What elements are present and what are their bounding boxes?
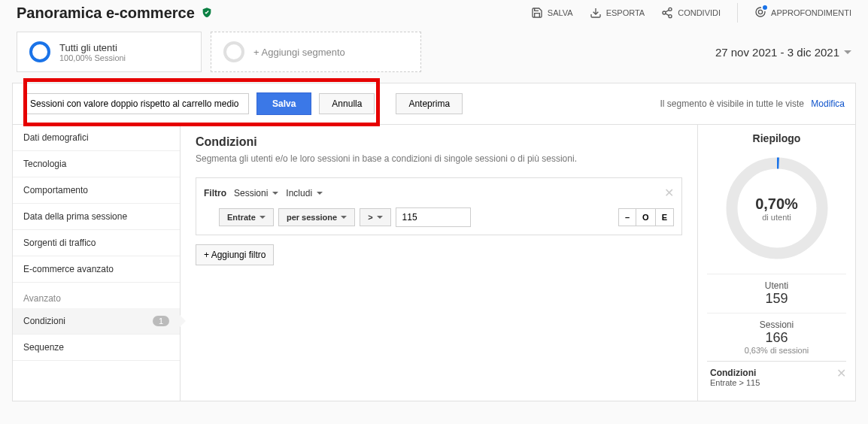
segment-circle-icon [29,41,50,62]
conditions-title: Condizioni [196,135,682,149]
sidebar-item-first-session[interactable]: Data della prima sessione [13,204,180,230]
svg-point-1 [669,8,672,11]
filter-block: Filtro Sessioni Includi ✕ Entrate [196,177,682,235]
preview-button[interactable]: Anteprima [396,93,463,114]
sidebar-item-technology[interactable]: Tecnologia [13,151,180,177]
header-left: Panoramica e-commerce [17,5,213,22]
chevron-down-icon [377,216,383,219]
metric-users: Utenti 159 [707,274,846,313]
sidebar-item-traffic-sources[interactable]: Sorgenti di traffico [13,230,180,256]
save-button[interactable]: Salva [256,92,311,115]
segment-row: Tutti gli utenti 100,00% Sessioni + Aggi… [0,23,868,83]
conditions-count-badge: 1 [153,316,169,326]
include-dropdown[interactable]: Includi [286,186,323,200]
chevron-down-icon [844,50,851,54]
svg-line-5 [666,10,669,12]
conditions-description: Segmenta gli utenti e/o le loro sessioni… [196,153,682,164]
remove-filter-icon[interactable]: ✕ [664,186,674,200]
builder-toolbar: Salva Annulla Anteprima Il segmento è vi… [13,83,855,125]
segment-primary[interactable]: Tutti gli utenti 100,00% Sessioni [17,32,202,72]
save-icon [531,7,543,19]
filter-header-row: Filtro Sessioni Includi ✕ [204,186,674,200]
segment-builder-panel: Salva Annulla Anteprima Il segmento è vi… [12,83,856,401]
chevron-down-icon [259,216,266,219]
page-header: Panoramica e-commerce SALVA ESPORTA COND… [0,0,868,23]
scope-dropdown[interactable]: Sessioni [234,186,278,200]
builder-sidebar: Dati demografici Tecnologia Comportament… [13,125,181,401]
sidebar-item-ecommerce[interactable]: E-commerce avanzato [13,256,180,283]
summary-percent: 0,70% [755,195,798,213]
summary-percent-label: di utenti [755,213,798,222]
remove-condition-button[interactable]: – [618,208,636,226]
sidebar-item-behavior[interactable]: Comportamento [13,177,180,204]
add-filter-button[interactable]: + Aggiungi filtro [196,244,274,265]
operator-dropdown[interactable]: > [360,208,390,226]
logic-buttons: – O E [618,208,674,226]
summary-panel: Riepilogo 0,70% di utenti Utenti 159 Ses… [697,125,855,401]
or-button[interactable]: O [636,208,656,226]
svg-line-4 [666,14,669,16]
chevron-down-icon [317,192,323,195]
sidebar-item-conditions[interactable]: Condizioni 1 [13,308,180,335]
filter-label: Filtro [204,188,226,198]
export-icon [590,7,602,19]
chevron-down-icon [341,216,347,219]
builder-body: Dati demografici Tecnologia Comportament… [13,125,855,401]
divider [737,3,738,23]
sidebar-item-sequences[interactable]: Sequenze [13,335,180,361]
filter-condition-row: Entrate per sessione > – O [204,207,674,227]
sidebar-item-demographics[interactable]: Dati demografici [13,125,180,151]
date-range-picker[interactable]: 27 nov 2021 - 3 dic 2021 [715,46,851,59]
metric-sessions: Sessioni 166 0,63% di sessioni [707,313,846,361]
svg-point-2 [663,11,666,14]
share-action[interactable]: CONDIVIDI [661,7,721,19]
insights-action[interactable]: APPROFONDIMENTI [754,6,851,20]
remove-summary-condition-icon[interactable]: ✕ [836,366,846,380]
chevron-down-icon [272,192,278,195]
value-input[interactable] [396,207,471,227]
header-actions: SALVA ESPORTA CONDIVIDI APPROFONDIMENTI [531,3,851,23]
metric-dropdown[interactable]: Entrate [219,208,274,226]
svg-point-7 [758,10,762,14]
conditions-editor: Condizioni Segmenta gli utenti e/o le lo… [181,125,697,401]
add-segment[interactable]: + Aggiungi segmento [211,32,421,72]
insights-icon [754,6,766,20]
summary-title: Riepilogo [707,132,846,144]
edit-visibility-link[interactable]: Modifica [811,98,845,109]
share-icon [661,7,673,19]
segment-label: Tutti gli utenti 100,00% Sessioni [59,42,126,62]
visibility-text: Il segmento è visibile in tutte le viste… [660,98,845,109]
save-action[interactable]: SALVA [531,7,573,19]
and-button[interactable]: E [656,208,674,226]
svg-point-3 [669,15,672,18]
add-segment-circle-icon [223,41,244,62]
per-dropdown[interactable]: per sessione [278,208,355,226]
verified-shield-icon [201,7,213,19]
export-action[interactable]: ESPORTA [590,7,645,19]
cancel-button[interactable]: Annulla [319,93,375,114]
segment-name-input[interactable] [23,93,249,114]
summary-conditions: Condizioni Entrate > 115 ✕ [707,361,846,393]
summary-donut: 0,70% di utenti [721,152,833,265]
page-title: Panoramica e-commerce [17,5,195,22]
sidebar-section-advanced: Avanzato [13,283,180,308]
